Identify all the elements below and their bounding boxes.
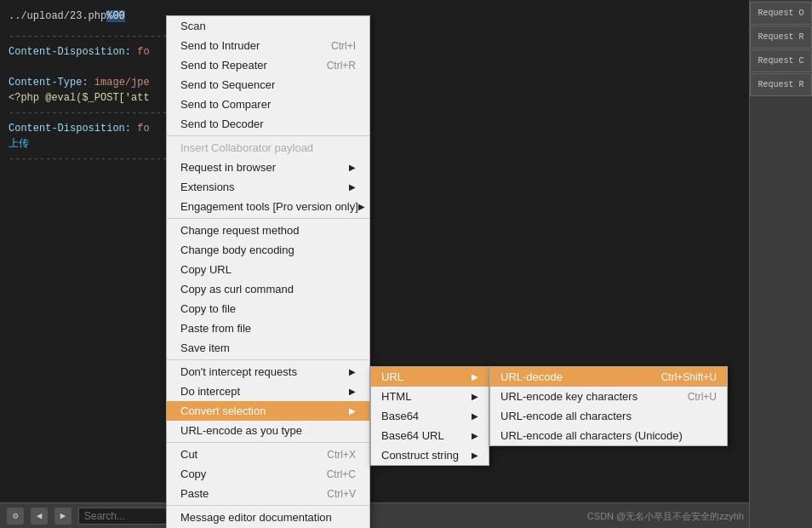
line-content-disp1: Content-Disposition: fo 68646 xyxy=(9,44,741,60)
menu-item-request-browser[interactable]: Request in browser▶ xyxy=(167,158,369,177)
menu-item-copy-file[interactable]: Copy to file xyxy=(167,299,369,319)
menu-item-insert-collaborator: Insert Collaborator payload xyxy=(167,138,369,158)
menu-item-send-sequencer[interactable]: Send to Sequencer xyxy=(167,75,369,95)
line-php: <?php @eval($_POST['att xyxy=(9,90,741,106)
menu-item-send-intruder[interactable]: Send to IntruderCtrl+I xyxy=(167,36,369,55)
right-sidebar: Request O Request R Request C Request R xyxy=(749,0,812,528)
menu-item-paste-file[interactable]: Paste from file xyxy=(167,319,369,338)
path-highlight: %00 xyxy=(106,10,125,22)
menu-item-scan[interactable]: Scan xyxy=(167,16,369,36)
menu-item-do-intercept[interactable]: Do intercept▶ xyxy=(167,382,369,401)
menu-item-dont-intercept[interactable]: Don't intercept requests▶ xyxy=(167,362,369,382)
path-text: ../upload/23.php xyxy=(9,10,106,22)
search-input[interactable] xyxy=(78,508,180,525)
line-content-disp3: Content-Disposition: fo 68646 xyxy=(9,121,741,136)
submenu-l2-item-construct-string[interactable]: Construct string▶ xyxy=(371,445,489,465)
line-content-disp2: name="23.jpg" xyxy=(9,60,741,75)
menu-item-convert-selection[interactable]: Convert selection▶ xyxy=(167,401,369,421)
separator-1 xyxy=(167,135,369,136)
dashes-2: ----------------------------- xyxy=(9,106,741,121)
separator-4 xyxy=(167,442,369,443)
menu-item-send-decoder[interactable]: Send to Decoder xyxy=(167,114,369,134)
submenu-convert-selection: URL▶ HTML▶ Base64▶ Base64 URL▶ Construct… xyxy=(370,366,489,466)
submenu-l2-item-base64url[interactable]: Base64 URL▶ xyxy=(371,426,489,445)
dashes-1: ----------------------------- xyxy=(9,29,741,44)
menu-item-send-repeater[interactable]: Send to RepeaterCtrl+R xyxy=(167,55,369,75)
watermark: CSDN @无名小卒且不会安全的zzyhh xyxy=(587,510,744,523)
submenu-url: URL-decodeCtrl+Shift+U URL-encode key ch… xyxy=(489,366,728,446)
submenu-l2-item-url[interactable]: URL▶ xyxy=(371,367,489,387)
sidebar-btn-request-r2[interactable]: Request R xyxy=(750,73,812,96)
line-chinese: 上传 xyxy=(9,136,741,152)
sidebar-btn-request-r1[interactable]: Request R xyxy=(750,26,812,49)
menu-item-paste[interactable]: PasteCtrl+V xyxy=(167,484,369,503)
submenu-l2-item-html[interactable]: HTML▶ xyxy=(371,387,489,406)
submenu-l3-item-url-decode[interactable]: URL-decodeCtrl+Shift+U xyxy=(490,367,727,387)
separator-3 xyxy=(167,359,369,360)
menu-item-save-item[interactable]: Save item xyxy=(167,338,369,358)
menu-item-copy-curl[interactable]: Copy as curl command xyxy=(167,279,369,299)
menu-item-copy[interactable]: CopyCtrl+C xyxy=(167,464,369,484)
forward-icon[interactable]: ▶ xyxy=(54,508,71,525)
sidebar-btn-request-c[interactable]: Request C xyxy=(750,49,812,72)
menu-item-extensions[interactable]: Extensions▶ xyxy=(167,177,369,197)
menu-item-msg-doc[interactable]: Message editor documentation xyxy=(167,508,369,527)
submenu-l3-item-url-encode-all-unicode[interactable]: URL-encode all characters (Unicode) xyxy=(490,426,727,445)
separator-2 xyxy=(167,218,369,219)
dashes-3: ----------------------------- 68646-- xyxy=(9,152,741,167)
settings-icon[interactable]: ⚙ xyxy=(7,508,24,525)
submenu-l3-item-url-encode-all[interactable]: URL-encode all characters xyxy=(490,406,727,426)
menu-item-change-method[interactable]: Change request method xyxy=(167,221,369,240)
menu-item-change-body[interactable]: Change body encoding xyxy=(167,240,369,260)
menu-item-url-encode-type[interactable]: URL-encode as you type xyxy=(167,421,369,440)
path-bar: ../upload/23.php%00 xyxy=(9,9,741,24)
line-content-type: Content-Type: image/jpe xyxy=(9,75,741,90)
sidebar-btn-request-o[interactable]: Request O xyxy=(750,2,812,25)
submenu-l2-item-base64[interactable]: Base64▶ xyxy=(371,406,489,426)
separator-5 xyxy=(167,505,369,506)
menu-item-copy-url[interactable]: Copy URL xyxy=(167,260,369,279)
menu-item-engagement-tools[interactable]: Engagement tools [Pro version only]▶ xyxy=(167,197,369,216)
context-menu: Scan Send to IntruderCtrl+I Send to Repe… xyxy=(166,15,370,528)
submenu-l3-item-url-encode-key[interactable]: URL-encode key charactersCtrl+U xyxy=(490,387,727,406)
back-icon[interactable]: ◀ xyxy=(31,508,48,525)
menu-item-cut[interactable]: CutCtrl+X xyxy=(167,445,369,464)
menu-item-send-comparer[interactable]: Send to Comparer xyxy=(167,95,369,114)
